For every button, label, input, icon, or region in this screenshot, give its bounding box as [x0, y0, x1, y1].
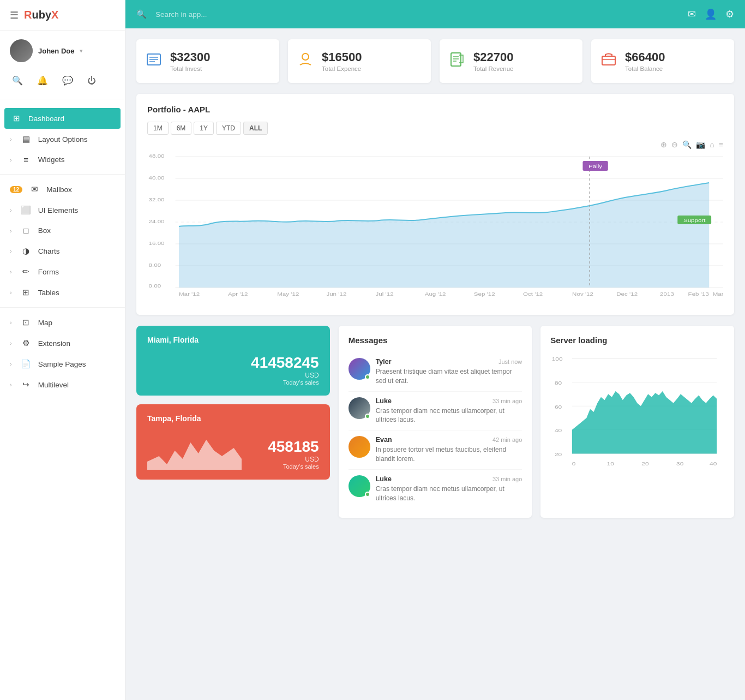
sidebar-item-dashboard[interactable]: ⊞ Dashboard — [4, 108, 121, 129]
sidebar-item-label: Box — [38, 226, 51, 235]
power-icon[interactable]: ⏻ — [85, 74, 98, 88]
search-icon[interactable]: 🔍 — [10, 73, 25, 88]
svg-text:32.00: 32.00 — [149, 197, 165, 202]
sidebar-item-ui-elements[interactable]: › ⬜ UI Elements — [0, 200, 125, 220]
tyler-message-content: Tyler Just now Praesent tristique diam v… — [376, 358, 522, 386]
tampa-currency: USD — [268, 456, 319, 463]
sidebar-item-multilevel[interactable]: › ↪ Multilevel — [0, 374, 125, 395]
layout-icon: ▤ — [21, 134, 32, 144]
balance-icon — [600, 51, 617, 72]
chart-btn-6m[interactable]: 6M — [171, 122, 192, 135]
main-area: 🔍 ✉ 👤 ⚙ $32300 T — [125, 0, 745, 700]
sidebar-item-layout-options[interactable]: › ▤ Layout Options — [0, 129, 125, 149]
content-area: $32300 Total Invest $16500 Total Expence — [125, 28, 745, 700]
gear-icon[interactable]: ⚙ — [725, 8, 734, 20]
revenue-label: Total Revenue — [473, 65, 514, 72]
menu-icon[interactable]: ≡ — [719, 140, 723, 149]
nav-divider-1 — [0, 174, 125, 175]
home-icon[interactable]: ⌂ — [710, 140, 714, 149]
svg-text:Aug '12: Aug '12 — [425, 291, 446, 297]
luke2-name: Luke — [376, 475, 392, 483]
sidebar-item-mailbox[interactable]: 12 ✉ Mailbox — [0, 179, 125, 200]
magnify-icon[interactable]: 🔍 — [682, 140, 692, 149]
tampa-label: Today's sales — [268, 463, 319, 470]
nav-divider-2 — [0, 307, 125, 308]
sidebar-item-box[interactable]: › □ Box — [0, 220, 125, 241]
stat-info-expence: $16500 Total Expence — [322, 50, 362, 72]
revenue-value: $22700 — [473, 50, 514, 64]
hamburger-icon[interactable]: ☰ — [10, 9, 19, 21]
sidebar-item-charts[interactable]: › ◑ Charts — [0, 241, 125, 261]
mail-icon[interactable]: ✉ — [688, 8, 696, 20]
sidebar-item-label: Charts — [38, 247, 60, 255]
svg-text:40: 40 — [710, 460, 717, 466]
chart-btn-1m[interactable]: 1M — [147, 122, 169, 135]
sidebar-item-sample-pages[interactable]: › 📄 Sample Pages — [0, 354, 125, 374]
tampa-title: Tampa, Florida — [147, 414, 319, 423]
server-title: Server loading — [550, 336, 724, 345]
chart-btn-all[interactable]: ALL — [243, 122, 268, 135]
luke1-name: Luke — [376, 397, 392, 405]
search-input[interactable] — [155, 10, 679, 19]
location-card-tampa: Tampa, Florida 458185 USD Today's sales — [136, 404, 330, 480]
list-item: Tyler Just now Praesent tristique diam v… — [349, 352, 522, 392]
stat-info-invest: $32300 Total Invest — [170, 50, 210, 72]
chevron-icon: › — [10, 248, 12, 254]
svg-text:48.00: 48.00 — [149, 153, 165, 159]
mailbox-badge: 12 — [10, 186, 22, 193]
chat-icon[interactable]: 💬 — [60, 73, 75, 88]
svg-text:Sep '12: Sep '12 — [474, 291, 495, 297]
luke2-time: 33 min ago — [492, 476, 522, 482]
notification-icon[interactable]: 🔔 — [35, 73, 50, 88]
sidebar-item-widgets[interactable]: › ≡ Widgets — [0, 149, 125, 170]
list-item: Evan 42 min ago In posuere tortor vel me… — [349, 430, 522, 470]
invest-value: $32300 — [170, 50, 210, 64]
sidebar-item-label: Dashboard — [28, 115, 64, 123]
expence-value: $16500 — [322, 50, 362, 64]
bottom-row: Miami, Florida — [136, 326, 734, 518]
svg-text:Nov '12: Nov '12 — [572, 291, 593, 297]
sidebar-item-map[interactable]: › ⊡ Map — [0, 312, 125, 333]
svg-text:2013: 2013 — [660, 291, 674, 297]
svg-text:0: 0 — [572, 460, 576, 466]
balance-value: $66400 — [625, 50, 665, 64]
sidebar-item-label: Map — [38, 319, 52, 327]
evan-time: 42 min ago — [492, 436, 522, 443]
chart-toolbar: ⊕ ⊖ 🔍 📷 ⌂ ≡ — [147, 140, 723, 149]
sidebar-item-tables[interactable]: › ⊞ Tables — [0, 282, 125, 303]
chevron-icon: › — [10, 381, 12, 388]
server-card: Server loading 100 80 60 40 2 — [540, 326, 734, 518]
map-icon: ⊡ — [21, 318, 32, 327]
user-dropdown-icon[interactable]: ▾ — [80, 47, 83, 55]
user-name[interactable]: Johen Doe — [38, 47, 74, 55]
chart-controls: 1M 6M 1Y YTD ALL — [147, 122, 723, 135]
evan-text: In posuere tortor vel metus faucibus, el… — [376, 445, 522, 464]
portfolio-chart-area: 48.00 40.00 32.00 24.00 16.00 8.00 0.00 — [147, 151, 723, 304]
miami-title: Miami, Florida — [147, 336, 319, 344]
mailbox-icon: ✉ — [29, 184, 40, 194]
messages-title: Messages — [349, 336, 522, 345]
chart-btn-ytd[interactable]: YTD — [216, 122, 241, 135]
svg-text:24.00: 24.00 — [149, 219, 165, 224]
camera-icon[interactable]: 📷 — [696, 140, 705, 149]
sidebar-actions: 🔍 🔔 💬 ⏻ — [0, 71, 125, 94]
svg-text:40: 40 — [555, 427, 562, 433]
list-item: Luke 33 min ago Cras tempor diam nec met… — [349, 470, 522, 508]
svg-rect-9 — [602, 56, 615, 65]
tampa-value: 458185 — [268, 438, 319, 456]
svg-text:60: 60 — [555, 404, 562, 410]
sidebar-item-label: UI Elements — [38, 206, 79, 214]
tyler-name: Tyler — [376, 358, 392, 366]
zoom-out-icon[interactable]: ⊖ — [671, 140, 678, 149]
luke2-message-content: Luke 33 min ago Cras tempor diam nec met… — [376, 475, 522, 503]
svg-text:Jun '12: Jun '12 — [326, 291, 346, 297]
chart-btn-1y[interactable]: 1Y — [194, 122, 214, 135]
svg-text:Mar '12: Mar '12 — [179, 291, 200, 297]
sidebar-item-extension[interactable]: › ⚙ Extension — [0, 333, 125, 354]
sidebar-item-forms[interactable]: › ✏ Forms — [0, 261, 125, 282]
user-icon[interactable]: 👤 — [705, 8, 717, 20]
widgets-icon: ≡ — [21, 155, 32, 164]
evan-message-content: Evan 42 min ago In posuere tortor vel me… — [376, 436, 522, 464]
zoom-in-icon[interactable]: ⊕ — [660, 140, 667, 149]
chevron-icon: › — [10, 340, 12, 346]
